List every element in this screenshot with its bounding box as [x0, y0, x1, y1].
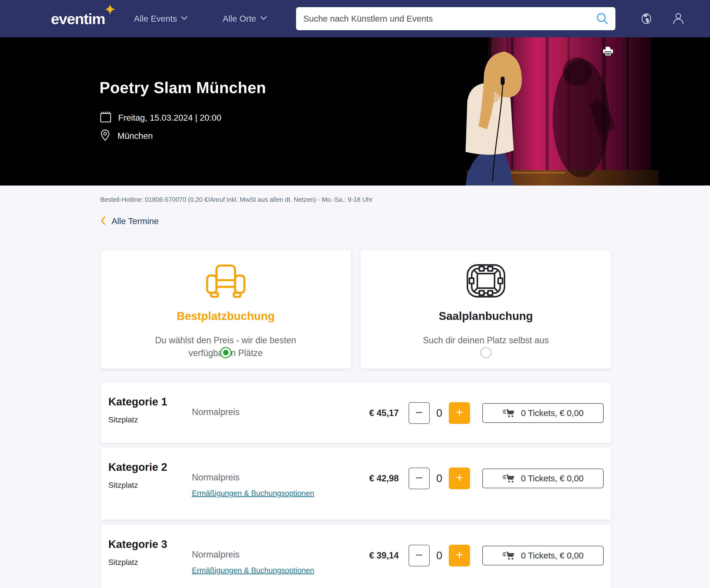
increase-quantity-button[interactable]: +: [449, 402, 470, 424]
sparkle-icon: [104, 4, 116, 15]
event-city: München: [117, 131, 153, 141]
cart-summary-label: 0 Tickets, € 0,00: [521, 551, 584, 561]
search-input[interactable]: [303, 14, 596, 24]
decrease-quantity-button[interactable]: −: [408, 468, 430, 489]
category-name: Kategorie 1: [108, 396, 167, 408]
top-navbar: eventim Alle Events Alle Orte: [0, 0, 710, 37]
cart-icon: [502, 473, 515, 484]
seatmap-icon: [361, 263, 611, 299]
cart-summary-label: 0 Tickets, € 0,00: [521, 473, 584, 483]
price-type-label: Normalpreis: [192, 549, 239, 560]
armchair-icon: [100, 263, 351, 299]
event-datetime: Freitag, 15.03.2024 | 20:00: [118, 113, 221, 123]
quantity-value: 0: [430, 407, 449, 419]
radio-saalplanbuchung[interactable]: [480, 347, 492, 358]
ticket-controls: € 42,98 − 0 + 0 Tickets, € 0,00: [369, 468, 604, 489]
cart-icon: [502, 550, 515, 561]
cart-summary-button[interactable]: 0 Tickets, € 0,00: [482, 403, 604, 423]
decrease-quantity-button[interactable]: −: [408, 402, 430, 424]
globe-icon[interactable]: [640, 12, 653, 25]
cart-summary-button[interactable]: 0 Tickets, € 0,00: [482, 469, 604, 488]
cart-icon: [502, 408, 515, 419]
category-name: Kategorie 2: [108, 461, 167, 473]
quantity-value: 0: [430, 549, 449, 562]
ticket-controls: € 39,14 − 0 + 0 Tickets, € 0,00: [369, 545, 604, 566]
nav-menu-label: Alle Orte: [222, 14, 256, 24]
mode-title: Bestplatzbuchung: [100, 309, 351, 323]
category-row-kategorie-3: Kategorie 3 Sitzplatz Normalpreis Ermäßi…: [100, 524, 611, 588]
search-icon[interactable]: [596, 12, 609, 25]
seat-type-label: Sitzplatz: [108, 480, 138, 490]
category-name: Kategorie 3: [108, 538, 167, 550]
discounts-options-link[interactable]: Ermäßigungen & Buchungsoptionen: [192, 566, 314, 575]
page-title: Poetry Slam München: [99, 79, 266, 97]
booking-main: Bestell-Hotline: 01806-570070 (0,20 €/An…: [0, 196, 710, 588]
mode-subtitle: Such dir deinen Platz selbst aus: [402, 334, 569, 347]
event-photo: [430, 37, 710, 186]
eventim-logo[interactable]: eventim: [51, 10, 105, 27]
mode-card-bestplatzbuchung[interactable]: Bestplatzbuchung Du wählst den Preis - w…: [100, 250, 351, 369]
category-row-kategorie-1: Kategorie 1 Sitzplatz Normalpreis € 45,1…: [100, 382, 611, 443]
radio-bestplatzbuchung-selected[interactable]: [220, 347, 231, 358]
increase-quantity-button[interactable]: +: [449, 545, 470, 566]
discounts-options-link[interactable]: Ermäßigungen & Buchungsoptionen: [192, 489, 314, 498]
nav-menu-alle-events[interactable]: Alle Events: [134, 14, 188, 24]
mode-title: Saalplanbuchung: [361, 309, 611, 323]
decrease-quantity-button[interactable]: −: [408, 545, 430, 566]
ticket-price: € 42,98: [369, 473, 399, 484]
chevron-down-icon: [181, 16, 188, 22]
seat-type-label: Sitzplatz: [108, 415, 138, 424]
ticket-price: € 39,14: [369, 550, 399, 561]
print-icon[interactable]: [602, 46, 614, 56]
location-pin-icon: [100, 129, 110, 142]
ticket-controls: € 45,17 − 0 + 0 Tickets, € 0,00: [369, 402, 604, 424]
category-row-kategorie-2: Kategorie 2 Sitzplatz Normalpreis Ermäßi…: [100, 447, 611, 520]
calendar-icon: [99, 111, 112, 124]
nav-menu-alle-orte[interactable]: Alle Orte: [222, 14, 267, 24]
cart-summary-button[interactable]: 0 Tickets, € 0,00: [482, 546, 604, 565]
event-hero: Poetry Slam München Freitag, 15.03.2024 …: [0, 37, 710, 186]
cart-summary-label: 0 Tickets, € 0,00: [521, 408, 584, 418]
price-type-label: Normalpreis: [192, 407, 239, 417]
brand-wordmark: eventim: [51, 10, 105, 27]
event-location-row: München: [100, 129, 266, 142]
back-link-label: Alle Termine: [112, 216, 159, 226]
price-type-label: Normalpreis: [192, 472, 239, 483]
back-link-alle-termine[interactable]: Alle Termine: [100, 216, 159, 226]
chevron-left-icon: [100, 216, 105, 226]
ticket-price: € 45,17: [369, 408, 399, 418]
booking-mode-selector: Bestplatzbuchung Du wählst den Preis - w…: [100, 250, 611, 369]
seat-type-label: Sitzplatz: [108, 558, 138, 567]
event-date-row: Freitag, 15.03.2024 | 20:00: [99, 111, 266, 124]
hotline-text: Bestell-Hotline: 01806-570070 (0,20 €/An…: [100, 196, 611, 204]
increase-quantity-button[interactable]: +: [449, 468, 470, 489]
user-account-icon[interactable]: [672, 12, 685, 25]
mode-card-saalplanbuchung[interactable]: Saalplanbuchung Such dir deinen Platz se…: [360, 250, 611, 369]
search-bar: [296, 7, 615, 30]
chevron-down-icon: [260, 16, 267, 22]
nav-menu-label: Alle Events: [134, 14, 177, 24]
quantity-value: 0: [430, 472, 449, 485]
